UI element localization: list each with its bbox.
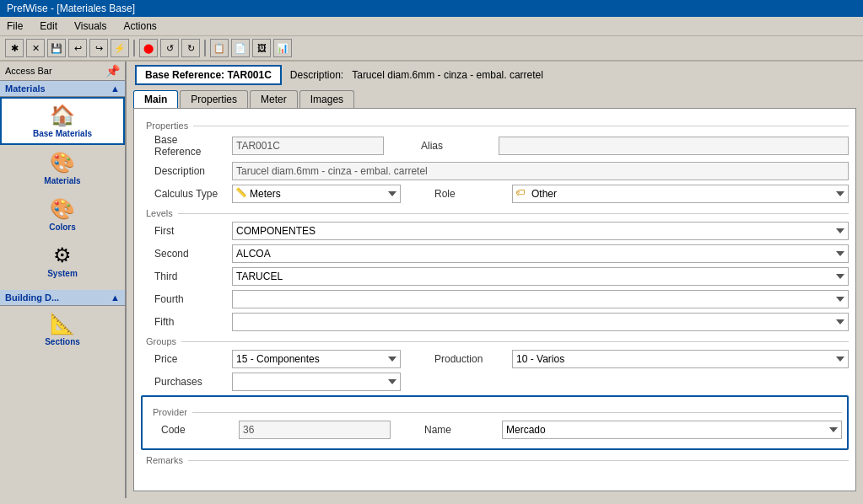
tab-meter[interactable]: Meter [250,90,298,108]
access-bar-pin[interactable]: 📌 [105,64,120,78]
section-remarks-label: Remarks [146,455,183,465]
input-base-reference[interactable] [232,137,384,155]
toolbar-save[interactable]: 💾 [47,39,66,57]
sidebar-item-materials[interactable]: 🎨 Materials [0,145,125,191]
section-remarks-line [188,460,849,461]
label-purchases: Purchases [141,376,225,388]
select-fifth[interactable] [232,313,849,331]
toolbar-red[interactable]: ⬤ [139,39,158,57]
select-role[interactable]: Other [512,185,849,203]
label-provider-code: Code [148,424,232,436]
section-levels: Levels [141,208,849,218]
row-description: Description [141,162,849,180]
select-price[interactable]: 15 - Componentes [232,350,401,368]
menu-file[interactable]: File [3,19,26,34]
toolbar-asterisk[interactable]: ✱ [5,39,24,57]
label-alias: Alias [407,140,492,152]
colors-icon: 🎨 [50,197,75,221]
toolbar-refresh1[interactable]: ↺ [160,39,179,57]
label-fourth: Fourth [141,293,225,305]
section-properties-line [193,126,849,126]
description-prefix: Description: [290,69,343,81]
select-purchases[interactable] [232,373,401,391]
toolbar-doc3[interactable]: 🖼 [252,39,271,57]
menu-actions[interactable]: Actions [121,19,160,34]
select-calculus-type[interactable]: Meters [232,185,401,203]
base-reference-box: Base Reference: TAR001C [135,65,282,85]
section-properties: Properties [141,121,849,131]
sidebar-section-materials-chevron: ▲ [111,83,120,94]
select-production[interactable]: 10 - Varios [512,350,849,368]
row-provider-code-name: Code Name Mercado [148,421,842,439]
provider-section: Provider Code Name Mercado [141,395,849,450]
toolbar-refresh2[interactable]: ↻ [181,39,200,57]
label-base-reference: Base Reference [141,134,225,158]
section-properties-label: Properties [146,121,188,131]
label-provider-name: Name [411,424,495,436]
toolbar-doc1[interactable]: 📋 [210,39,229,57]
title-bar: PrefWise - [Materiales Base] [0,0,863,17]
select-second[interactable]: ALCOA [232,244,849,263]
sidebar-items-materials: 🏠 Base Materials 🎨 Materials 🎨 Colors ⚙ … [0,97,125,290]
sidebar-items-building: 📐 Sections [0,306,125,499]
home-icon: 🏠 [50,104,75,127]
description-value: Tarucel diam.6mm - cinza - embal. carret… [352,69,543,81]
sidebar-section-building[interactable]: Building D... ▲ [0,290,125,306]
section-provider: Provider [148,407,842,417]
select-fourth[interactable] [232,290,849,308]
sidebar-item-base-materials-label: Base Materials [33,129,92,138]
tab-images[interactable]: Images [299,90,354,108]
toolbar-separator-1 [133,40,135,56]
label-calculus-type: Calculus Type [141,188,225,200]
label-description: Description [141,165,225,177]
sidebar-item-sections-label: Sections [45,337,80,346]
tab-main[interactable]: Main [133,90,178,108]
sidebar-section-materials[interactable]: Materials ▲ [0,81,125,97]
section-provider-line [192,412,842,413]
sidebar-item-colors-label: Colors [49,223,76,232]
menu-visuals[interactable]: Visuals [71,19,110,34]
select-first[interactable]: COMPONENTES [232,222,849,240]
tab-properties[interactable]: Properties [180,90,248,108]
sidebar-item-colors[interactable]: 🎨 Colors [0,191,125,238]
sections-icon: 📐 [50,312,75,335]
toolbar-doc4[interactable]: 📊 [273,39,292,57]
input-description[interactable] [232,162,849,180]
select-provider-name[interactable]: Mercado [502,421,842,439]
system-icon: ⚙ [53,244,72,267]
toolbar-redo[interactable]: ↪ [89,39,108,57]
toolbar-separator-2 [204,40,206,56]
section-remarks: Remarks [141,455,849,465]
sidebar-item-base-materials[interactable]: 🏠 Base Materials [0,97,125,145]
tab-bar: Main Properties Meter Images [127,88,863,108]
toolbar-undo[interactable]: ↩ [68,39,87,57]
section-groups: Groups [141,336,849,346]
label-price: Price [141,353,225,365]
row-fifth: Fifth [141,313,849,331]
sidebar-item-system[interactable]: ⚙ System [0,238,125,284]
select-third[interactable]: TARUCEL [232,267,849,286]
input-alias[interactable] [499,137,849,155]
row-first: First COMPONENTES [141,222,849,240]
sidebar: Access Bar 📌 Materials ▲ 🏠 Base Material… [0,62,127,498]
access-bar-header: Access Bar 📌 [0,62,125,81]
main-layout: Access Bar 📌 Materials ▲ 🏠 Base Material… [0,62,863,498]
toolbar-doc2[interactable]: 📄 [231,39,250,57]
sidebar-item-sections[interactable]: 📐 Sections [0,306,125,352]
row-purchases: Purchases [141,373,849,391]
toolbar: ✱ ✕ 💾 ↩ ↪ ⚡ ⬤ ↺ ↻ 📋 📄 🖼 📊 [0,36,863,62]
row-fourth: Fourth [141,290,849,308]
menu-edit[interactable]: Edit [36,19,61,34]
sidebar-item-system-label: System [47,269,78,278]
label-production: Production [421,353,505,365]
input-provider-code[interactable] [239,421,391,439]
content-area: Base Reference: TAR001C Description: Tar… [127,62,863,498]
menu-bar: File Edit Visuals Actions [0,17,863,36]
row-base-reference: Base Reference Alias [141,134,849,158]
app-title: PrefWise - [Materiales Base] [7,3,135,14]
form-content: Properties Base Reference Alias Descript… [133,108,856,491]
toolbar-close[interactable]: ✕ [26,39,45,57]
toolbar-lightning[interactable]: ⚡ [111,39,129,57]
row-calculus-role: Calculus Type 📏 Meters Role 🏷 Other [141,185,849,203]
materials-icon: 🎨 [50,151,75,174]
